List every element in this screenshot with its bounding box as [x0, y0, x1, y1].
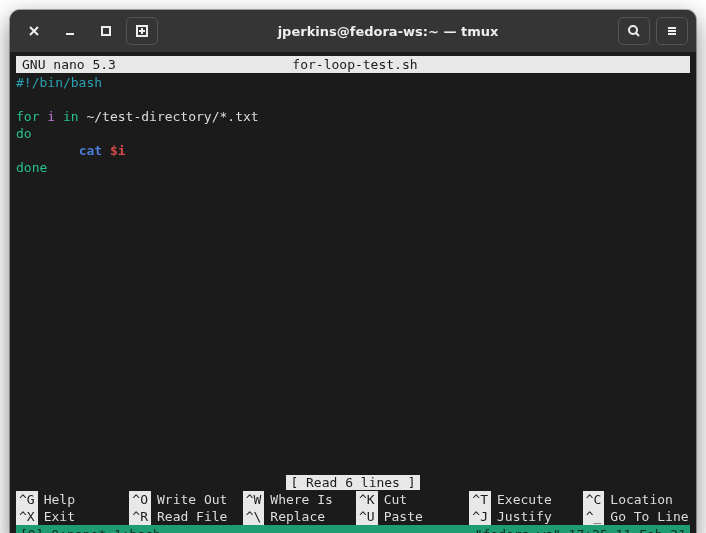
- code-keyword-in: in: [63, 109, 79, 124]
- nano-app-name: GNU nano 5.3: [22, 56, 116, 73]
- code-keyword-do: do: [16, 126, 32, 141]
- tmux-status-bar: [0] 0:nano* 1:bash- "fedora-ws" 17:35 11…: [16, 525, 690, 533]
- svg-point-2: [629, 26, 637, 34]
- window-title: jperkins@fedora-ws:~ — tmux: [162, 24, 614, 39]
- search-button[interactable]: [618, 17, 650, 45]
- code-var: i: [47, 109, 55, 124]
- code-keyword-done: done: [16, 160, 47, 175]
- code-varref: $i: [110, 143, 126, 158]
- code-keyword-for: for: [16, 109, 39, 124]
- tmux-status-left: [0] 0:nano* 1:bash-: [20, 526, 475, 534]
- terminal-area[interactable]: GNU nano 5.3 for-loop-test.sh #!/bin/bas…: [10, 52, 696, 533]
- editor-content[interactable]: #!/bin/bash for i in ~/test-directory/*.…: [16, 73, 690, 474]
- shortcut-execute[interactable]: ^TExecute: [469, 491, 576, 508]
- shortcut-readfile[interactable]: ^RRead File: [129, 508, 236, 525]
- terminal-window: jperkins@fedora-ws:~ — tmux GNU nano 5.3…: [10, 10, 696, 533]
- nano-status-text: [ Read 6 lines ]: [286, 475, 419, 490]
- code-cmd-cat: cat: [79, 143, 102, 158]
- shortcut-whereis[interactable]: ^WWhere Is: [243, 491, 350, 508]
- shortcut-location[interactable]: ^CLocation: [583, 491, 690, 508]
- nano-filename: for-loop-test.sh: [116, 56, 594, 73]
- code-shebang: #!/bin/bash: [16, 75, 102, 90]
- svg-rect-0: [102, 27, 110, 35]
- titlebar: jperkins@fedora-ws:~ — tmux: [10, 10, 696, 52]
- code-glob: ~/test-directory/*.txt: [86, 109, 258, 124]
- nano-header: GNU nano 5.3 for-loop-test.sh: [16, 56, 690, 73]
- shortcut-gotoline[interactable]: ^_Go To Line: [583, 508, 690, 525]
- menu-button[interactable]: [656, 17, 688, 45]
- tmux-status-right: "fedora-ws" 17:35 11-Feb-21: [475, 526, 686, 534]
- nano-status-line: [ Read 6 lines ]: [16, 474, 690, 491]
- shortcut-help[interactable]: ^GHelp: [16, 491, 123, 508]
- new-tab-button[interactable]: [126, 17, 158, 45]
- shortcut-writeout[interactable]: ^OWrite Out: [129, 491, 236, 508]
- minimize-button[interactable]: [54, 17, 86, 45]
- shortcut-replace[interactable]: ^\Replace: [243, 508, 350, 525]
- shortcut-cut[interactable]: ^KCut: [356, 491, 463, 508]
- nano-shortcuts: ^GHelp ^OWrite Out ^WWhere Is ^KCut ^TEx…: [16, 491, 690, 525]
- shortcut-exit[interactable]: ^XExit: [16, 508, 123, 525]
- close-button[interactable]: [18, 17, 50, 45]
- shortcut-paste[interactable]: ^UPaste: [356, 508, 463, 525]
- shortcut-justify[interactable]: ^JJustify: [469, 508, 576, 525]
- maximize-button[interactable]: [90, 17, 122, 45]
